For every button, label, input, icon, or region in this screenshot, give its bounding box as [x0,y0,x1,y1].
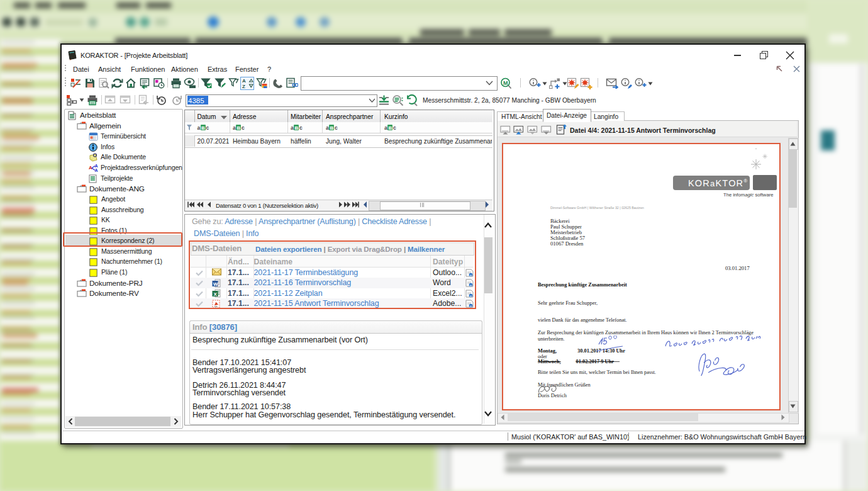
svg-text:M: M [503,80,508,86]
svg-text:A: A [95,164,98,168]
svg-text:Z: Z [242,84,245,89]
svg-text:A: A [95,168,98,172]
